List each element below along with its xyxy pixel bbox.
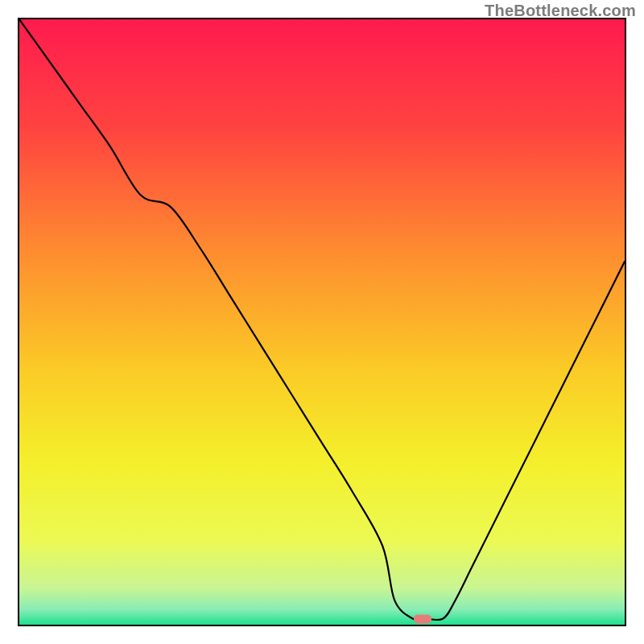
bottleneck-curve — [19, 19, 625, 625]
optimal-marker — [414, 615, 431, 624]
chart-container: TheBottleneck.com — [0, 0, 644, 644]
watermark-text: TheBottleneck.com — [485, 2, 636, 20]
plot-frame — [18, 18, 626, 626]
